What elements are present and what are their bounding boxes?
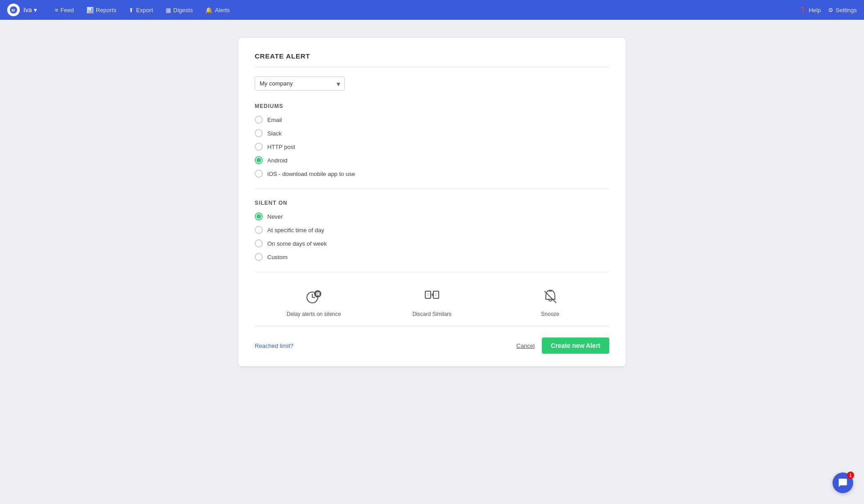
- alerts-bell-icon: 🔔: [205, 7, 212, 14]
- silent-custom[interactable]: Custom: [255, 253, 609, 261]
- medium-android[interactable]: Android: [255, 156, 609, 164]
- svg-rect-6: [316, 292, 318, 296]
- snooze-label: Snooze: [541, 311, 559, 317]
- create-alert-button[interactable]: Create new Alert: [542, 338, 609, 354]
- feature-snooze[interactable]: Snooze: [491, 288, 609, 317]
- user-menu[interactable]: Iva ▾: [23, 6, 39, 14]
- nav-item-alerts[interactable]: 🔔 Alerts: [200, 4, 235, 16]
- medium-http-radio[interactable]: [255, 143, 263, 151]
- medium-android-radio[interactable]: [255, 156, 263, 164]
- navbar: M Iva ▾ ≡ Feed 📊 Reports ⬆ Export ▦ Dige…: [0, 0, 864, 20]
- discard-similars-icon: [423, 288, 441, 306]
- svg-rect-8: [425, 291, 431, 298]
- help-link[interactable]: ❓ Help: [799, 7, 821, 14]
- medium-slack-radio[interactable]: [255, 129, 263, 137]
- reports-icon: 📊: [86, 7, 94, 14]
- title-divider: [255, 67, 609, 68]
- navbar-right: ❓ Help ⚙ Settings: [799, 7, 857, 14]
- feed-icon: ≡: [55, 7, 58, 14]
- silent-never-radio-inner: [256, 214, 261, 219]
- mediums-label: MEDIUMS: [255, 103, 609, 109]
- user-chevron-icon: ▾: [34, 6, 37, 14]
- nav-item-digests[interactable]: ▦ Digests: [160, 4, 198, 16]
- digests-icon: ▦: [166, 7, 171, 14]
- export-icon: ⬆: [129, 7, 134, 14]
- nav-item-export[interactable]: ⬆ Export: [123, 4, 158, 16]
- cancel-button[interactable]: Cancel: [517, 342, 535, 349]
- bottom-row: Reached limit? Cancel Create new Alert: [255, 336, 609, 354]
- features-row: Delay alerts on silence: [255, 283, 609, 327]
- nav-item-reports[interactable]: 📊 Reports: [81, 4, 122, 16]
- silent-somedays-radio[interactable]: [255, 239, 263, 248]
- help-icon: ❓: [799, 7, 806, 14]
- silent-on-label: SILENT ON: [255, 200, 609, 206]
- silent-never[interactable]: Never: [255, 212, 609, 220]
- company-select-wrapper: My company ▾: [255, 76, 345, 90]
- svg-rect-9: [433, 291, 439, 298]
- nav-item-feed[interactable]: ≡ Feed: [50, 4, 79, 16]
- silent-on-group: Never At specific time of day On some da…: [255, 212, 609, 261]
- svg-rect-7: [318, 292, 320, 296]
- chat-bubble[interactable]: 1: [832, 472, 853, 493]
- medium-ios-radio[interactable]: [255, 170, 263, 178]
- delay-alerts-label: Delay alerts on silence: [287, 311, 341, 317]
- settings-link[interactable]: ⚙ Settings: [828, 7, 857, 14]
- mediums-group: Email Slack HTTP post Android iOS - down…: [255, 116, 609, 178]
- gear-icon: ⚙: [828, 7, 833, 14]
- card-title: CREATE ALERT: [255, 52, 609, 60]
- chat-badge: 1: [847, 472, 854, 479]
- mediums-divider: [255, 189, 609, 189]
- medium-slack[interactable]: Slack: [255, 129, 609, 137]
- silent-divider: [255, 272, 609, 272]
- user-name: Iva: [23, 6, 32, 14]
- logo[interactable]: M: [7, 4, 20, 16]
- feature-delay-alerts[interactable]: Delay alerts on silence: [255, 288, 373, 317]
- svg-text:M: M: [12, 8, 15, 13]
- discard-similars-label: Discard Similars: [413, 311, 452, 317]
- silent-custom-radio[interactable]: [255, 253, 263, 261]
- company-select[interactable]: My company: [255, 76, 345, 90]
- medium-email[interactable]: Email: [255, 116, 609, 124]
- medium-email-radio[interactable]: [255, 116, 263, 124]
- silent-specific-radio[interactable]: [255, 226, 263, 234]
- bottom-actions: Cancel Create new Alert: [517, 338, 609, 354]
- medium-android-radio-inner: [256, 158, 261, 162]
- silent-some-days[interactable]: On some days of week: [255, 239, 609, 248]
- silent-specific-time[interactable]: At specific time of day: [255, 226, 609, 234]
- feature-discard-similars[interactable]: Discard Similars: [373, 288, 491, 317]
- snooze-icon: [541, 288, 560, 306]
- reached-limit-link[interactable]: Reached limit?: [255, 342, 293, 349]
- medium-ios[interactable]: iOS - download mobile app to use: [255, 170, 609, 178]
- delay-alerts-icon: [304, 288, 323, 306]
- main-nav: ≡ Feed 📊 Reports ⬆ Export ▦ Digests 🔔 Al…: [50, 4, 800, 16]
- page: CREATE ALERT My company ▾ MEDIUMS Email …: [0, 20, 864, 384]
- silent-never-radio[interactable]: [255, 212, 263, 220]
- create-alert-card: CREATE ALERT My company ▾ MEDIUMS Email …: [238, 38, 626, 366]
- medium-http-post[interactable]: HTTP post: [255, 143, 609, 151]
